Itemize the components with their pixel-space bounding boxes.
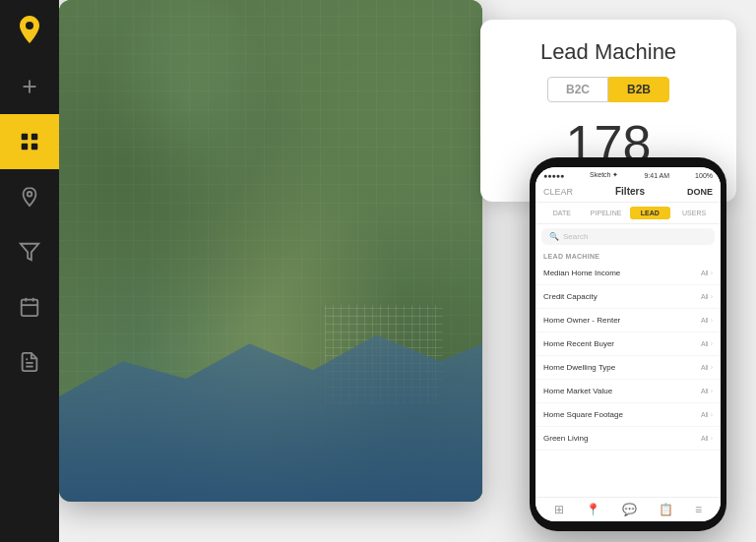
tab-lead[interactable]: LEAD [630,207,671,219]
filter-title: Filters [615,186,645,197]
logo [0,0,59,59]
tab-b2c[interactable]: B2C [547,77,608,102]
filter-item-name: Home Market Value [543,387,612,395]
filter-list-item[interactable]: Home Owner - Renter All › [536,309,721,332]
filter-list-item[interactable]: Median Home Income All › [536,262,721,285]
filter-item-name: Median Home Income [543,269,620,277]
phone-bottom-nav: ⊞ 📍 💬 📋 ≡ [536,497,721,521]
filter-item-name: Green Living [543,434,588,443]
filter-tabs: DATE PIPELINE LEAD USERS [536,203,721,224]
filter-item-name: Home Owner - Renter [543,316,620,325]
filter-item-value: All › [701,435,713,442]
sidebar [0,0,59,542]
nav-calendar-icon[interactable]: 📋 [659,503,673,516]
tab-users[interactable]: USERS [673,207,715,219]
filter-list-item[interactable]: Credit Capacity All › [536,285,721,309]
calendar-icon [19,296,40,318]
svg-marker-8 [21,244,38,261]
phone-status-bar: ●●●●● Sketch ✦ 9:41 AM 100% [536,167,721,181]
sidebar-item-document[interactable] [0,334,59,390]
section-label: LEAD MACHINE [536,249,721,262]
nav-chat-icon[interactable]: 💬 [622,503,637,516]
svg-rect-5 [22,144,28,150]
app-name: Sketch ✦ [590,171,618,179]
sidebar-item-grid[interactable] [0,114,59,169]
tab-b2b[interactable]: B2B [608,77,669,102]
urban-grid [325,305,443,403]
plus-icon [19,76,40,97]
lead-machine-title: Lead Machine [504,39,713,65]
map-container[interactable] [59,0,482,502]
svg-point-7 [28,192,32,197]
signal-indicator: ●●●●● [543,172,564,179]
battery-indicator: 100% [695,172,713,179]
search-icon: 🔍 [549,232,559,241]
filter-item-name: Home Dwelling Type [543,363,615,372]
filter-item-name: Home Recent Buyer [543,339,614,348]
svg-point-0 [26,22,33,30]
filter-list-item[interactable]: Home Square Footage All › [536,403,721,427]
nav-grid-icon[interactable]: ⊞ [554,503,564,516]
sidebar-item-calendar[interactable] [0,279,59,334]
filter-list-item[interactable]: Green Living All › [536,427,721,451]
phone-mockup: ●●●●● Sketch ✦ 9:41 AM 100% CLEAR Filter… [530,157,726,531]
filter-item-value: All › [701,411,713,418]
filter-list-item[interactable]: Home Dwelling Type All › [536,356,721,380]
svg-rect-9 [22,300,38,317]
filter-item-name: Credit Capacity [543,292,598,301]
tab-date[interactable]: DATE [541,207,583,219]
filter-item-value: All › [701,388,713,394]
time-display: 9:41 AM [644,172,669,179]
search-bar[interactable]: 🔍 Search [541,228,715,245]
nav-pin-icon[interactable]: 📍 [586,503,600,516]
filter-item-value: All › [701,364,713,371]
location-icon [19,186,40,208]
grid-icon [19,131,40,152]
filter-icon [19,241,40,263]
svg-rect-4 [32,134,37,140]
map-overlay [59,0,482,502]
tab-pipeline[interactable]: PIPELINE [586,207,627,219]
done-button[interactable]: DONE [687,187,713,197]
sidebar-item-filter[interactable] [0,224,59,279]
filter-list-item[interactable]: Home Recent Buyer All › [536,332,721,356]
logo-icon [14,14,45,45]
document-icon [19,351,40,373]
sidebar-item-add[interactable] [0,59,59,114]
filter-header: CLEAR Filters DONE [536,181,721,203]
filter-list: Median Home Income All › Credit Capacity… [536,262,721,497]
map-background [59,0,482,502]
filter-item-value: All › [701,270,713,276]
phone-screen: ●●●●● Sketch ✦ 9:41 AM 100% CLEAR Filter… [536,167,721,521]
svg-rect-6 [32,144,37,150]
filter-list-item[interactable]: Home Market Value All › [536,380,721,403]
filter-item-value: All › [701,340,713,347]
clear-button[interactable]: CLEAR [543,187,573,197]
svg-rect-3 [22,134,28,140]
nav-menu-icon[interactable]: ≡ [695,503,702,516]
filter-item-value: All › [701,293,713,300]
search-placeholder: Search [563,232,588,241]
tab-group: B2C B2B [504,77,713,102]
sidebar-item-location[interactable] [0,169,59,224]
filter-item-name: Home Square Footage [543,410,623,419]
filter-item-value: All › [701,317,713,324]
